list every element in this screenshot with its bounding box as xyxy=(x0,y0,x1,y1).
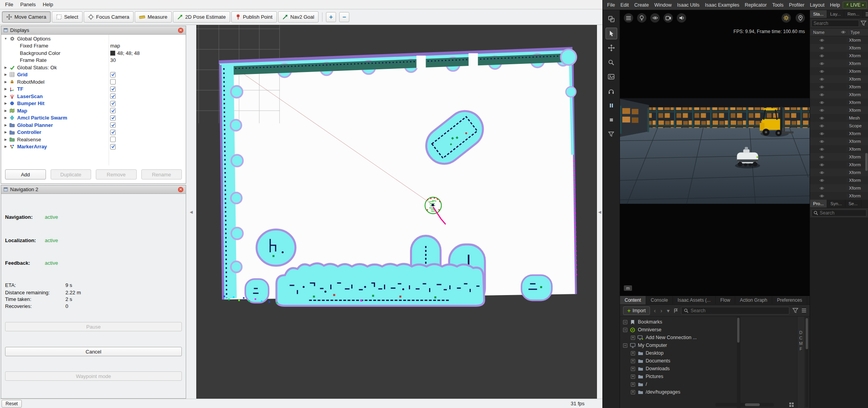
stage-row[interactable]: Xform xyxy=(810,106,868,114)
menu-create[interactable]: Create xyxy=(632,0,652,10)
live-button[interactable]: ⚡ LIVE ▾ xyxy=(843,2,867,9)
waypoint-mode-button[interactable]: Waypoint mode xyxy=(5,371,182,381)
property-tab-se[interactable]: Se... xyxy=(845,200,861,208)
visibility-checkbox[interactable] xyxy=(110,130,116,135)
visibility-eye-icon[interactable] xyxy=(819,54,828,58)
stage-tab-ren[interactable]: Ren... xyxy=(844,10,863,18)
filter-icon[interactable] xyxy=(861,21,866,26)
expander-icon[interactable]: ▶ xyxy=(3,95,9,98)
stage-row[interactable]: Xform xyxy=(810,130,868,137)
visibility-column-header[interactable] xyxy=(841,30,849,34)
right-splitter[interactable]: ◀ xyxy=(597,25,602,399)
content-item-desktop[interactable]: +Desktop xyxy=(620,349,737,357)
stage-row[interactable]: Xform xyxy=(810,75,868,83)
visibility-eye-icon[interactable] xyxy=(819,124,828,128)
menu-edit[interactable]: Edit xyxy=(618,0,632,10)
visibility-eye-icon[interactable] xyxy=(819,171,828,174)
panel-menu-icon[interactable] xyxy=(863,10,868,18)
stage-row[interactable]: Xform xyxy=(810,184,868,192)
type-column-header[interactable]: Type xyxy=(849,30,868,35)
display-item-laserscan[interactable]: ▶LaserScan xyxy=(1,93,186,100)
visibility-eye-icon[interactable] xyxy=(819,70,828,73)
tree-group-global-options[interactable]: ▼Global Options xyxy=(1,35,186,42)
display-item-amcl-particle-swarm[interactable]: ▶Amcl Particle Swarm xyxy=(1,114,186,122)
menu-layout[interactable]: Layout xyxy=(807,0,828,10)
collapse-icon[interactable]: − xyxy=(623,320,627,324)
menu-tools[interactable]: Tools xyxy=(769,0,786,10)
menu-isaac-examples[interactable]: Isaac Examples xyxy=(702,0,742,10)
add-button[interactable]: Add xyxy=(5,169,46,179)
menu-window[interactable]: Window xyxy=(651,0,674,10)
content-item-bookmarks[interactable]: −Bookmarks xyxy=(620,318,737,326)
stage-row[interactable]: Xform xyxy=(810,161,868,169)
visibility-checkbox[interactable] xyxy=(110,144,116,149)
stage-row[interactable]: Scope xyxy=(810,122,868,130)
pause-button[interactable]: Pause xyxy=(5,322,182,331)
stage-tab-lay[interactable]: Lay... xyxy=(827,10,844,18)
zoom-tool[interactable] xyxy=(606,56,617,68)
content-item-omniverse[interactable]: −Omniverse xyxy=(620,326,737,334)
filter-icon[interactable] xyxy=(792,308,798,313)
menu-file[interactable]: File xyxy=(604,0,618,10)
visibility-checkbox[interactable] xyxy=(110,79,116,84)
stage-scrollbar[interactable] xyxy=(865,36,868,200)
remove-button[interactable]: Remove xyxy=(96,169,137,179)
menu-replicator[interactable]: Replicator xyxy=(742,0,769,10)
expand-icon[interactable]: + xyxy=(631,359,635,363)
property-background-color[interactable]: Background Color48; 48; 48 xyxy=(1,49,186,57)
collapse-arrow-icon[interactable]: ◀ xyxy=(190,210,193,214)
stage-row[interactable]: Xform xyxy=(810,60,868,67)
visibility-checkbox[interactable] xyxy=(110,115,116,121)
scrollbar-handle[interactable] xyxy=(806,318,808,349)
filter-tool[interactable] xyxy=(606,128,617,140)
import-button[interactable]: + Import xyxy=(623,306,650,315)
audio-icon[interactable] xyxy=(677,13,686,23)
content-item-dev-hugepages[interactable]: +/dev/hugepages xyxy=(620,388,737,396)
scrollbar-handle[interactable] xyxy=(745,403,760,406)
display-item-tf[interactable]: ▶TF xyxy=(1,86,186,93)
nav2-titlebar[interactable]: Navigation 2 ✕ xyxy=(1,185,186,194)
visibility-eye-icon[interactable] xyxy=(819,163,828,167)
menu-panels[interactable]: Panels xyxy=(17,0,39,9)
visibility-eye-icon[interactable] xyxy=(819,101,828,104)
menu-help[interactable]: Help xyxy=(39,0,57,9)
stage-tab-sta[interactable]: Sta... xyxy=(810,10,827,18)
visibility-eye-icon[interactable] xyxy=(819,155,828,159)
content-item-[interactable]: +/ xyxy=(620,380,737,388)
visibility-eye-icon[interactable] xyxy=(819,186,828,190)
rviz-3d-viewport[interactable] xyxy=(196,25,597,399)
display-item-realsense[interactable]: ▶Realsense xyxy=(1,136,186,143)
expander-icon[interactable]: ▶ xyxy=(3,73,9,76)
tool-2d-pose-estimate[interactable]: 2D Pose Estimate xyxy=(173,11,230,23)
isaac-viewport[interactable]: FPS: 9.94, Frame time: 100.60 ms m xyxy=(620,10,810,296)
visibility-icon[interactable] xyxy=(650,13,660,23)
viewport-menu-icon[interactable] xyxy=(624,13,633,23)
display-item-markerarray[interactable]: ▶MarkerArray xyxy=(1,143,186,151)
property-frame-rate[interactable]: Frame Rate30 xyxy=(1,57,186,64)
stage-row[interactable]: Xform xyxy=(810,91,868,98)
visibility-eye-icon[interactable] xyxy=(819,148,828,151)
tool-publish-point[interactable]: Publish Point xyxy=(231,11,277,23)
property-value[interactable]: map xyxy=(110,43,120,49)
property-search-input[interactable] xyxy=(820,210,864,216)
capture-tool[interactable] xyxy=(606,71,617,83)
displays-titlebar[interactable]: Displays ✕ xyxy=(1,26,186,35)
visibility-checkbox[interactable] xyxy=(110,108,116,113)
tree-status[interactable]: ▶Global Status: Ok xyxy=(1,64,186,71)
location-icon[interactable] xyxy=(796,13,805,23)
display-item-robotmodel[interactable]: ▶RobotModel xyxy=(1,78,186,86)
stage-row[interactable]: Xform xyxy=(810,44,868,52)
stage-search-box[interactable] xyxy=(812,20,859,27)
render-settings-icon[interactable] xyxy=(782,13,791,23)
property-search-box[interactable] xyxy=(812,209,866,216)
remove-tool-button[interactable]: − xyxy=(339,12,349,22)
menu-profiler[interactable]: Profiler xyxy=(786,0,807,10)
expand-icon[interactable]: + xyxy=(631,367,635,371)
display-item-controller[interactable]: ▶Controller xyxy=(1,129,186,136)
bookmark-flag-icon[interactable] xyxy=(674,308,678,313)
visibility-eye-icon[interactable] xyxy=(819,116,828,120)
tool-move-camera[interactable]: Move Camera xyxy=(2,11,51,23)
stage-row[interactable]: Xform xyxy=(810,145,868,153)
visibility-checkbox[interactable] xyxy=(110,137,116,142)
content-item-documents[interactable]: +Documents xyxy=(620,357,737,365)
